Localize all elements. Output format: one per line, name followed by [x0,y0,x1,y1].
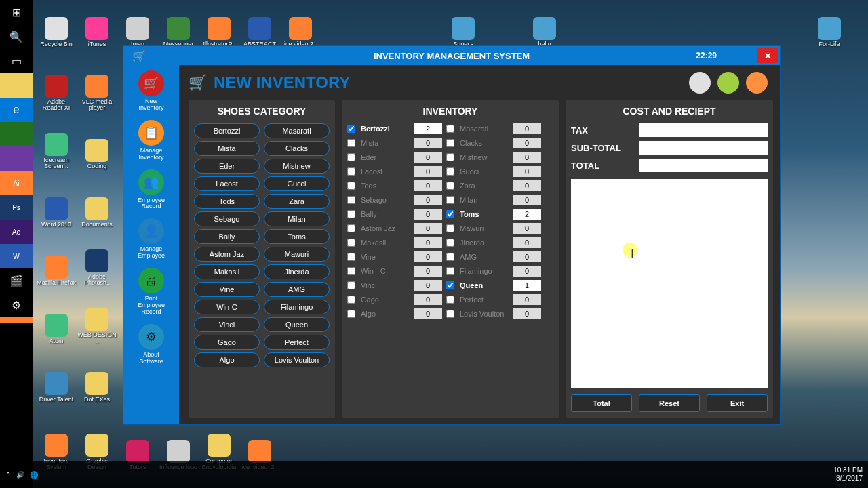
inventory-checkbox[interactable] [446,196,454,204]
inventory-value[interactable] [414,195,442,205]
inventory-value[interactable] [414,152,442,163]
desktop-icon[interactable]: ice video 2.. [281,4,320,47]
inventory-checkbox[interactable] [446,153,454,161]
desktop-icon[interactable]: WEB DESIGN .. [77,291,117,344]
total-input[interactable] [639,159,768,172]
inventory-checkbox[interactable] [446,281,454,289]
desktop-icon[interactable]: Messenger [159,4,198,47]
inventory-value[interactable] [513,223,541,234]
desktop-icon[interactable]: ABSTRACT [240,4,279,47]
category-button[interactable]: Tods [194,194,260,209]
inventory-value[interactable] [414,223,442,234]
sidebar-item[interactable]: 📋ManageInventory [138,120,164,161]
category-button[interactable]: Lacost [194,176,260,191]
file-explorer-icon[interactable] [0,73,33,98]
inventory-value[interactable] [414,280,442,291]
inventory-checkbox[interactable] [347,267,355,275]
sidebar-item[interactable]: ⚙AboutSoftware [138,324,164,365]
category-button[interactable]: Gago [194,335,260,350]
settings-icon[interactable]: ⚙ [0,293,33,317]
exit-button[interactable]: Exit [707,394,768,412]
category-button[interactable]: Vine [194,282,260,297]
inventory-value[interactable] [513,237,541,248]
desktop-icon[interactable]: Documents [77,175,117,228]
category-button[interactable]: Win-C [194,300,260,314]
inventory-value[interactable] [513,123,541,134]
inventory-checkbox[interactable] [347,210,355,218]
inventory-value[interactable] [513,152,541,163]
volume-icon[interactable]: 🔊 [16,471,24,479]
ae-icon[interactable]: Ae [0,220,33,244]
taskbar-app-icon[interactable] [0,122,33,146]
sidebar-item[interactable]: 🛒NewInventory [138,70,164,112]
inventory-checkbox[interactable] [347,182,355,190]
taskbar-app-icon[interactable] [0,317,33,323]
inventory-checkbox[interactable] [446,253,454,261]
inventory-checkbox[interactable] [347,125,355,133]
inventory-checkbox[interactable] [446,239,454,247]
category-button[interactable]: Queen [264,317,330,332]
inventory-checkbox[interactable] [446,224,454,232]
desktop-icon[interactable]: Mozilla Firefox [37,233,76,286]
desktop-icon[interactable]: For-Life [810,4,849,47]
category-button[interactable]: Gucci [264,176,330,191]
desktop-icon[interactable]: Adobe Photosh.. [77,233,117,286]
inventory-checkbox[interactable] [446,267,454,275]
category-button[interactable]: Eder [194,159,260,174]
category-button[interactable]: Milan [264,211,330,226]
sidebar-item[interactable]: 👤ManageEmployee [138,218,165,260]
inventory-value[interactable] [513,195,541,205]
sidebar-item[interactable]: 🖨PrintEmployeeRecord [138,268,165,316]
category-button[interactable]: Jinerda [264,264,330,279]
inventory-value[interactable] [414,209,442,220]
task-view-icon[interactable]: ▭ [0,49,33,73]
category-button[interactable]: Vinci [194,317,260,332]
ps-icon[interactable]: Ps [0,195,33,220]
category-button[interactable]: Bertozzi [194,123,260,138]
header-shortcut-icon[interactable] [689,72,711,94]
category-button[interactable]: Perfect [264,335,330,350]
inventory-checkbox[interactable] [347,139,355,147]
receipt-area[interactable]: I [571,179,768,388]
inventory-checkbox[interactable] [446,296,454,304]
reset-button[interactable]: Reset [639,394,700,412]
inventory-value[interactable] [414,251,442,262]
tray-expand-icon[interactable]: ⌃ [5,471,11,479]
network-icon[interactable]: 🌐 [30,471,38,479]
inventory-checkbox[interactable] [347,196,355,204]
inventory-value[interactable] [414,138,442,148]
desktop-icon[interactable] [484,4,524,47]
word-icon[interactable]: W [0,244,33,268]
inventory-value[interactable] [513,266,541,277]
desktop-icon[interactable]: Atom [37,291,76,344]
inventory-value[interactable] [513,280,541,291]
ai-icon[interactable]: Ai [0,171,33,195]
inventory-value[interactable] [414,308,442,319]
desktop-icon[interactable] [403,4,442,47]
category-button[interactable]: Clacks [264,141,330,156]
desktop-icon[interactable]: Driver Talent [37,350,76,403]
desktop-icon[interactable]: Dot EXes [77,350,117,403]
inventory-value[interactable] [513,308,541,319]
inventory-value[interactable] [513,138,541,148]
desktop-icon[interactable] [362,4,401,47]
movies-icon[interactable]: 🎬 [0,268,33,293]
desktop-icon[interactable]: VLC media player [77,58,117,111]
desktop-icon[interactable]: hello [525,4,564,47]
inventory-checkbox[interactable] [347,239,355,247]
category-button[interactable]: Masarati [264,123,330,138]
category-button[interactable]: Bally [194,229,260,244]
category-button[interactable]: Mista [194,141,260,156]
inventory-checkbox[interactable] [347,153,355,161]
desktop-icon[interactable] [606,4,646,47]
inventory-value[interactable] [513,166,541,177]
inventory-value[interactable] [414,123,442,134]
inventory-checkbox[interactable] [446,210,454,218]
desktop-icon[interactable]: Recycle Bin [37,4,76,47]
taskbar-clock[interactable]: 10:31 PM 8/1/2017 [833,466,863,483]
inventory-value[interactable] [513,180,541,191]
category-button[interactable]: Makasil [194,264,260,279]
inventory-value[interactable] [414,294,442,305]
desktop-icon[interactable] [728,4,768,47]
desktop-icon[interactable] [688,4,727,47]
